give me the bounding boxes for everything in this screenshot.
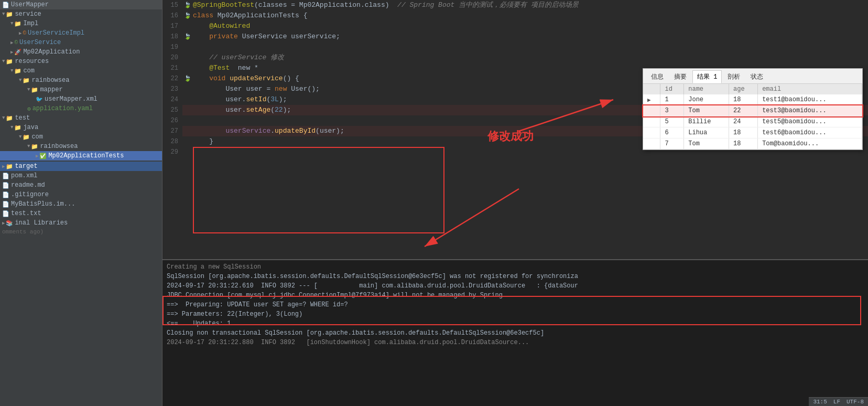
db-tab-analyze[interactable]: 剖析 [723,70,745,83]
console-line-updates: <== Updates: 1 [167,319,864,328]
folder-icon: 📁 [6,58,13,65]
success-label: 修改成功 [487,129,534,144]
sidebar-item-mapper[interactable]: ▼ 📁 mapper [0,85,162,94]
sidebar-item-userserviceimpl[interactable]: ▶ © UserServiceImpl [0,28,162,38]
sidebar-label: com [23,67,35,74]
sidebar-item-commits: omments ago) [0,228,162,236]
table-row-selected[interactable]: 3 Tom 22 test3@baomidou... [643,105,862,116]
folder-icon: 📁 [31,143,38,150]
table-row[interactable]: ▶ 1 Jone 18 test1@baomidou... [643,94,862,105]
sidebar-item-readme[interactable]: 📄 readme.md [0,180,162,190]
folder-icon: 📁 [6,115,13,122]
sidebar-label: readme.md [11,181,45,189]
xml-icon: 🐦 [36,96,43,103]
db-tab-info[interactable]: 信息 [646,70,668,83]
sidebar-label: test.txt [11,210,41,217]
code-editor[interactable]: 15 🍃 @SpringBootTest(classes = Mp02Appli… [162,0,868,259]
table-row[interactable]: 6 Lihua 18 test6@baomidou... [643,127,862,138]
sidebar-item-impl[interactable]: ▼ 📁 Impl [0,19,162,28]
sidebar-item-com2[interactable]: ▼ 📁 com [0,132,162,142]
col-header-indicator [643,84,660,94]
file-icon: 📄 [2,2,9,8]
sidebar-item-usermapper[interactable]: 📄 UserMapper [0,0,162,9]
folder-icon: 📁 [14,20,21,27]
sidebar-label: pom.xml [11,172,37,179]
sidebar-label: userMapper.xml [45,95,97,103]
sidebar-item-rainbowsea2[interactable]: ▼ 📁 rainbowsea [0,142,162,151]
sidebar-item-service[interactable]: ▼ 📁 service [0,9,162,19]
console-line-info: 2024-09-17 20:31:22.880 INFO 3892 [ionSh… [167,338,864,347]
sidebar-item-application-yaml[interactable]: ⚙ application.yaml [0,104,162,113]
sidebar-item-test[interactable]: ▼ 📁 test [0,113,162,123]
sidebar-item-libraries[interactable]: ▶ 📚 inal Libraries [0,218,162,228]
code-line-16: 16 🍃 class Mp02ApplicationTests { [162,10,868,21]
encoding: UTF-8 [847,399,864,405]
interface-icon: © [14,39,18,46]
sidebar-item-target[interactable]: ▶ 📁 target [0,162,162,171]
sidebar-item-mybatisplus[interactable]: 📄 MyBatisPlus.im... [0,199,162,209]
cursor-position: 31:5 [813,399,827,405]
db-tab-summary[interactable]: 摘要 [669,70,691,83]
console-line-parameters: ==> Parameters: 22(Integer), 3(Long) [167,309,864,319]
sidebar-label: mapper [40,86,62,93]
db-tab-results[interactable]: 结果 1 [692,70,722,83]
sidebar-item-com[interactable]: ▼ 📁 com [0,66,162,76]
sidebar-label: Impl [23,20,38,27]
sidebar-item-rainbowsea[interactable]: ▼ 📁 rainbowsea [0,76,162,85]
code-line-18: 18 🍃 private UserService userService; [162,31,868,42]
sidebar-item-usermapper-xml[interactable]: 🐦 userMapper.xml [0,94,162,104]
sidebar-label: MyBatisPlus.im... [11,200,75,208]
sidebar-item-java[interactable]: ▼ 📁 java [0,123,162,132]
db-results-table: id name age email ▶ 1 Jone 18 test1@baom… [643,84,862,149]
class-icon: © [23,30,26,36]
col-header-email: email [758,84,862,94]
db-tab-status[interactable]: 状态 [746,70,768,83]
console-line: Creating a new SqlSession [167,262,864,272]
code-line-17: 17 @Autowired [162,21,868,31]
yaml-icon: ⚙ [27,105,31,112]
sidebar-item-pom[interactable]: 📄 pom.xml [0,171,162,180]
sidebar-item-resources[interactable]: ▼ 📁 resources [0,57,162,66]
sidebar-label: Mp02Application [23,48,80,56]
folder-icon: 📁 [23,134,30,141]
sidebar-label: rainbowsea [40,143,78,150]
sidebar-label: target [15,163,37,170]
sidebar-item-mp02application[interactable]: ▶ 🚀 Mp02Application [0,47,162,57]
folder-icon: 📁 [31,87,38,93]
app-icon: 🚀 [14,49,21,56]
console-line: JDBC Connection [com.mysql.cj.jdbc.Conne… [167,291,864,300]
sidebar-label: java [23,124,38,131]
sidebar-item-gitignore[interactable]: 📄 .gitignore [0,190,162,199]
console-line: SqlSession [org.apache.ibatis.session.de… [167,272,864,281]
sidebar-label: UserService [19,39,61,46]
lib-icon: 📚 [6,220,13,227]
folder-icon: 📁 [14,124,21,131]
main-area: 15 🍃 @SpringBootTest(classes = Mp02Appli… [162,0,868,406]
sidebar-label: .gitignore [11,191,49,198]
line-ending: LF [833,399,840,405]
db-results-panel: 信息 摘要 结果 1 剖析 状态 id name age email [643,68,863,150]
console-panel: Creating a new SqlSession SqlSession [or… [162,259,868,406]
sidebar-item-mp02tests[interactable]: ▶ ✅ Mp02ApplicationTests [0,151,162,161]
folder-icon: 📁 [14,68,21,74]
sidebar-label: Mp02ApplicationTests [48,152,124,159]
code-line-15: 15 🍃 @SpringBootTest(classes = Mp02Appli… [162,0,868,10]
folder-icon: 📁 [6,11,13,18]
console-line-closing: Closing non transactional SqlSession [or… [167,328,864,338]
sidebar-label: com [31,133,43,141]
col-header-id: id [660,84,684,94]
sidebar-item-testtxt[interactable]: 📄 test.txt [0,209,162,218]
col-header-age: age [729,84,758,94]
readme-icon: 📄 [2,182,9,189]
console-line: 2024-09-17 20:31:22.610 INFO 3892 --- [ … [167,281,864,291]
code-line-20: 20 // userService 修改 [162,52,868,63]
console-line-preparing: ==> Preparing: UPDATE user SET age=? WHE… [167,300,864,309]
table-row[interactable]: 5 Billie 24 test5@baomidou... [643,116,862,127]
folder-icon: 📁 [23,77,30,84]
status-bar: 31:5 LF UTF-8 [809,397,868,406]
sidebar-label: application.yaml [32,105,93,112]
table-row[interactable]: 7 Tom 18 Tom@baomidou... [643,138,862,149]
sidebar-label: resources [15,58,49,65]
sidebar-item-userservice[interactable]: ▶ © UserService [0,38,162,47]
sidebar-label: test [15,114,30,122]
